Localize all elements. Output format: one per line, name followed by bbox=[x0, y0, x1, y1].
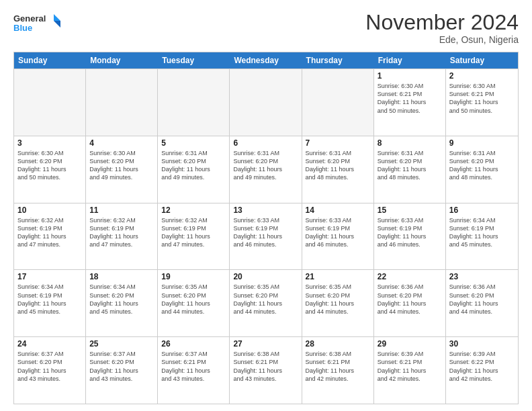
day-info: Sunrise: 6:32 AM Sunset: 6:19 PM Dayligh… bbox=[89, 216, 154, 249]
svg-text:Blue: Blue bbox=[13, 23, 32, 33]
day-info: Sunrise: 6:33 AM Sunset: 6:19 PM Dayligh… bbox=[233, 216, 298, 249]
day-header-tuesday: Tuesday bbox=[158, 52, 230, 68]
day-header-thursday: Thursday bbox=[302, 52, 374, 68]
calendar-cell bbox=[86, 69, 158, 136]
day-info: Sunrise: 6:35 AM Sunset: 6:20 PM Dayligh… bbox=[306, 283, 370, 316]
calendar-cell: 18Sunrise: 6:34 AM Sunset: 6:20 PM Dayli… bbox=[86, 270, 158, 336]
day-info: Sunrise: 6:37 AM Sunset: 6:20 PM Dayligh… bbox=[89, 350, 154, 383]
logo-svg: General Blue bbox=[13, 11, 60, 38]
calendar-cell: 30Sunrise: 6:39 AM Sunset: 6:22 PM Dayli… bbox=[446, 337, 518, 404]
day-number: 1 bbox=[378, 71, 442, 81]
day-info: Sunrise: 6:30 AM Sunset: 6:20 PM Dayligh… bbox=[17, 149, 82, 182]
svg-marker-2 bbox=[54, 14, 60, 21]
day-number: 30 bbox=[449, 339, 515, 349]
day-number: 24 bbox=[17, 339, 82, 349]
calendar-cell: 7Sunrise: 6:31 AM Sunset: 6:20 PM Daylig… bbox=[302, 136, 374, 203]
calendar-cell: 8Sunrise: 6:31 AM Sunset: 6:20 PM Daylig… bbox=[374, 136, 446, 203]
header: General Blue November 2024 Ede, Osun, Ni… bbox=[13, 11, 519, 45]
calendar-cell: 15Sunrise: 6:33 AM Sunset: 6:19 PM Dayli… bbox=[374, 203, 446, 270]
day-header-sunday: Sunday bbox=[14, 52, 86, 68]
calendar-cell: 28Sunrise: 6:38 AM Sunset: 6:21 PM Dayli… bbox=[302, 337, 374, 404]
day-info: Sunrise: 6:39 AM Sunset: 6:21 PM Dayligh… bbox=[378, 350, 442, 383]
calendar-cell: 22Sunrise: 6:36 AM Sunset: 6:20 PM Dayli… bbox=[374, 270, 446, 336]
calendar-row-2: 3Sunrise: 6:30 AM Sunset: 6:20 PM Daylig… bbox=[14, 136, 518, 203]
day-info: Sunrise: 6:35 AM Sunset: 6:20 PM Dayligh… bbox=[161, 283, 226, 316]
calendar-cell bbox=[302, 69, 374, 136]
title-block: November 2024 Ede, Osun, Nigeria bbox=[365, 11, 519, 45]
calendar-row-3: 10Sunrise: 6:32 AM Sunset: 6:19 PM Dayli… bbox=[14, 203, 518, 270]
calendar-cell: 26Sunrise: 6:37 AM Sunset: 6:21 PM Dayli… bbox=[158, 337, 230, 404]
calendar-row-5: 24Sunrise: 6:37 AM Sunset: 6:20 PM Dayli… bbox=[14, 336, 518, 404]
day-number: 9 bbox=[449, 138, 515, 148]
calendar-row-1: 1Sunrise: 6:30 AM Sunset: 6:21 PM Daylig… bbox=[14, 68, 518, 136]
calendar-cell: 4Sunrise: 6:30 AM Sunset: 6:20 PM Daylig… bbox=[86, 136, 158, 203]
day-number: 10 bbox=[17, 205, 82, 215]
calendar-cell bbox=[158, 69, 230, 136]
day-info: Sunrise: 6:30 AM Sunset: 6:21 PM Dayligh… bbox=[378, 82, 442, 115]
day-info: Sunrise: 6:33 AM Sunset: 6:19 PM Dayligh… bbox=[378, 216, 442, 249]
day-info: Sunrise: 6:34 AM Sunset: 6:19 PM Dayligh… bbox=[17, 283, 82, 316]
day-number: 26 bbox=[161, 339, 226, 349]
day-number: 2 bbox=[449, 71, 515, 81]
day-info: Sunrise: 6:31 AM Sunset: 6:20 PM Dayligh… bbox=[306, 149, 370, 182]
day-number: 21 bbox=[306, 272, 370, 281]
calendar-cell: 12Sunrise: 6:32 AM Sunset: 6:19 PM Dayli… bbox=[158, 203, 230, 270]
day-info: Sunrise: 6:34 AM Sunset: 6:19 PM Dayligh… bbox=[449, 216, 515, 249]
day-info: Sunrise: 6:36 AM Sunset: 6:20 PM Dayligh… bbox=[378, 283, 442, 316]
day-number: 3 bbox=[17, 138, 82, 148]
day-number: 7 bbox=[306, 138, 370, 148]
day-info: Sunrise: 6:32 AM Sunset: 6:19 PM Dayligh… bbox=[17, 216, 82, 249]
calendar-header: SundayMondayTuesdayWednesdayThursdayFrid… bbox=[14, 52, 518, 68]
calendar-cell: 11Sunrise: 6:32 AM Sunset: 6:19 PM Dayli… bbox=[86, 203, 158, 270]
day-info: Sunrise: 6:31 AM Sunset: 6:20 PM Dayligh… bbox=[233, 149, 298, 182]
calendar-cell: 24Sunrise: 6:37 AM Sunset: 6:20 PM Dayli… bbox=[14, 337, 86, 404]
day-number: 8 bbox=[378, 138, 442, 148]
calendar-cell: 17Sunrise: 6:34 AM Sunset: 6:19 PM Dayli… bbox=[14, 270, 86, 336]
calendar-cell: 27Sunrise: 6:38 AM Sunset: 6:21 PM Dayli… bbox=[230, 337, 302, 404]
calendar-cell: 5Sunrise: 6:31 AM Sunset: 6:20 PM Daylig… bbox=[158, 136, 230, 203]
day-number: 18 bbox=[89, 272, 154, 281]
day-header-wednesday: Wednesday bbox=[230, 52, 302, 68]
calendar-cell bbox=[14, 69, 86, 136]
day-number: 4 bbox=[89, 138, 154, 148]
day-info: Sunrise: 6:37 AM Sunset: 6:21 PM Dayligh… bbox=[161, 350, 226, 383]
calendar-cell: 16Sunrise: 6:34 AM Sunset: 6:19 PM Dayli… bbox=[446, 203, 518, 270]
calendar-cell: 13Sunrise: 6:33 AM Sunset: 6:19 PM Dayli… bbox=[230, 203, 302, 270]
calendar-cell: 23Sunrise: 6:36 AM Sunset: 6:20 PM Dayli… bbox=[446, 270, 518, 336]
day-header-friday: Friday bbox=[374, 52, 446, 68]
day-info: Sunrise: 6:31 AM Sunset: 6:20 PM Dayligh… bbox=[161, 149, 226, 182]
calendar-cell: 14Sunrise: 6:33 AM Sunset: 6:19 PM Dayli… bbox=[302, 203, 374, 270]
day-number: 16 bbox=[449, 205, 515, 215]
day-number: 17 bbox=[17, 272, 82, 281]
day-number: 27 bbox=[233, 339, 298, 349]
day-info: Sunrise: 6:39 AM Sunset: 6:22 PM Dayligh… bbox=[449, 350, 515, 383]
month-title: November 2024 bbox=[365, 11, 519, 34]
calendar-cell: 6Sunrise: 6:31 AM Sunset: 6:20 PM Daylig… bbox=[230, 136, 302, 203]
calendar-cell: 29Sunrise: 6:39 AM Sunset: 6:21 PM Dayli… bbox=[374, 337, 446, 404]
logo: General Blue bbox=[13, 11, 60, 38]
day-info: Sunrise: 6:36 AM Sunset: 6:20 PM Dayligh… bbox=[449, 283, 515, 316]
svg-text:General: General bbox=[13, 13, 46, 24]
day-number: 11 bbox=[89, 205, 154, 215]
calendar-cell: 9Sunrise: 6:31 AM Sunset: 6:20 PM Daylig… bbox=[446, 136, 518, 203]
day-info: Sunrise: 6:30 AM Sunset: 6:21 PM Dayligh… bbox=[449, 82, 515, 115]
day-number: 13 bbox=[233, 205, 298, 215]
calendar-cell: 1Sunrise: 6:30 AM Sunset: 6:21 PM Daylig… bbox=[374, 69, 446, 136]
day-info: Sunrise: 6:31 AM Sunset: 6:20 PM Dayligh… bbox=[449, 149, 515, 182]
day-number: 22 bbox=[378, 272, 442, 281]
calendar-cell: 21Sunrise: 6:35 AM Sunset: 6:20 PM Dayli… bbox=[302, 270, 374, 336]
day-info: Sunrise: 6:38 AM Sunset: 6:21 PM Dayligh… bbox=[306, 350, 370, 383]
calendar-cell: 2Sunrise: 6:30 AM Sunset: 6:21 PM Daylig… bbox=[446, 69, 518, 136]
day-info: Sunrise: 6:30 AM Sunset: 6:20 PM Dayligh… bbox=[89, 149, 154, 182]
day-info: Sunrise: 6:37 AM Sunset: 6:20 PM Dayligh… bbox=[17, 350, 82, 383]
day-number: 29 bbox=[378, 339, 442, 349]
day-info: Sunrise: 6:31 AM Sunset: 6:20 PM Dayligh… bbox=[378, 149, 442, 182]
day-number: 25 bbox=[89, 339, 154, 349]
day-info: Sunrise: 6:34 AM Sunset: 6:20 PM Dayligh… bbox=[89, 283, 154, 316]
calendar-row-4: 17Sunrise: 6:34 AM Sunset: 6:19 PM Dayli… bbox=[14, 269, 518, 336]
calendar: SundayMondayTuesdayWednesdayThursdayFrid… bbox=[13, 52, 519, 404]
page: General Blue November 2024 Ede, Osun, Ni… bbox=[0, 0, 532, 411]
calendar-cell: 3Sunrise: 6:30 AM Sunset: 6:20 PM Daylig… bbox=[14, 136, 86, 203]
day-number: 6 bbox=[233, 138, 298, 148]
day-info: Sunrise: 6:35 AM Sunset: 6:20 PM Dayligh… bbox=[233, 283, 298, 316]
